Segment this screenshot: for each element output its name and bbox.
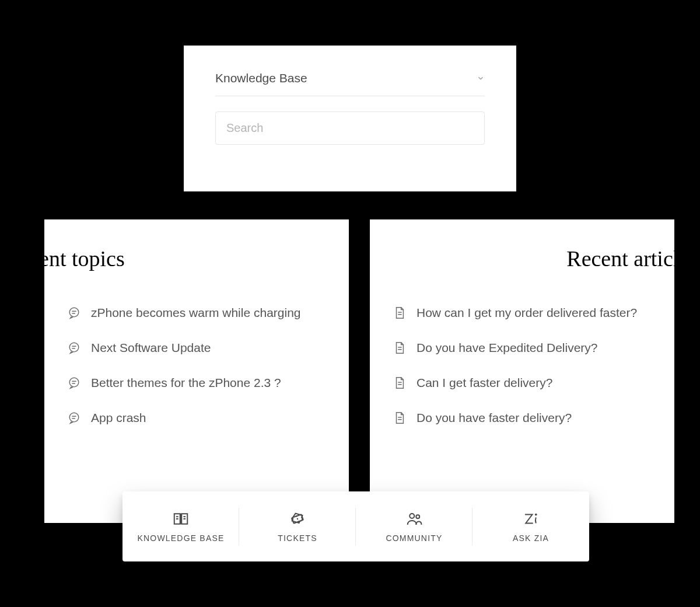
chat-icon xyxy=(68,376,80,389)
recent-articles-panel: Recent articles How can I get my order d… xyxy=(370,219,674,523)
list-item-label: Do you have Expedited Delivery? xyxy=(416,341,598,355)
document-icon xyxy=(393,341,406,354)
zia-icon xyxy=(522,510,540,528)
chevron-down-icon xyxy=(477,74,485,82)
recent-articles-list: How can I get my order delivered faster?… xyxy=(393,295,651,435)
svg-point-0 xyxy=(69,308,79,317)
ticket-icon xyxy=(289,510,306,528)
list-item[interactable]: Better themes for the zPhone 2.3 ? xyxy=(68,365,326,400)
nav-label: ASK ZIA xyxy=(513,533,549,543)
svg-point-29 xyxy=(535,514,537,516)
recent-topics-heading: Recent topics xyxy=(5,246,125,271)
nav-label: TICKETS xyxy=(278,533,317,543)
kb-dropdown-label: Knowledge Base xyxy=(215,71,307,85)
svg-point-9 xyxy=(69,413,79,422)
list-item-label: Can I get faster delivery? xyxy=(416,376,552,390)
list-item-label: Better themes for the zPhone 2.3 ? xyxy=(91,376,281,390)
svg-point-6 xyxy=(69,378,79,387)
search-input[interactable] xyxy=(215,111,485,145)
recent-topics-list: zPhone becomes warm while charging Next … xyxy=(68,295,326,435)
svg-point-28 xyxy=(416,515,419,518)
search-title: Search xyxy=(320,7,380,33)
list-item[interactable]: zPhone becomes warm while charging xyxy=(68,295,326,330)
list-item-label: zPhone becomes warm while charging xyxy=(91,306,301,320)
chat-icon xyxy=(68,306,80,319)
list-item-label: How can I get my order delivered faster? xyxy=(416,306,637,320)
list-item[interactable]: App crash xyxy=(68,400,326,435)
book-icon xyxy=(172,510,190,528)
nav-community[interactable]: COMMUNITY xyxy=(356,491,473,561)
list-item-label: Do you have faster delivery? xyxy=(416,411,572,425)
svg-line-26 xyxy=(296,515,299,522)
chat-icon xyxy=(68,411,80,424)
list-item[interactable]: Do you have Expedited Delivery? xyxy=(393,330,651,365)
document-icon xyxy=(393,376,406,389)
list-item-label: Next Software Update xyxy=(91,341,211,355)
list-item[interactable]: Can I get faster delivery? xyxy=(393,365,651,400)
nav-label: COMMUNITY xyxy=(386,533,442,543)
recent-articles-heading: Recent articles xyxy=(566,246,698,271)
recent-topics-panel: Recent topics zPhone becomes warm while … xyxy=(44,219,349,523)
bottom-nav: KNOWLEDGE BASE TICKETS COMMUNITY ASK ZIA xyxy=(123,491,589,561)
nav-label: KNOWLEDGE BASE xyxy=(137,533,224,543)
document-icon xyxy=(393,306,406,319)
list-item[interactable]: How can I get my order delivered faster? xyxy=(393,295,651,330)
svg-point-3 xyxy=(69,343,79,352)
nav-knowledge-base[interactable]: KNOWLEDGE BASE xyxy=(123,491,239,561)
chat-icon xyxy=(68,341,80,354)
people-icon xyxy=(405,510,423,528)
kb-dropdown[interactable]: Knowledge Base xyxy=(215,71,485,96)
list-item[interactable]: Next Software Update xyxy=(68,330,326,365)
list-item[interactable]: Do you have faster delivery? xyxy=(393,400,651,435)
search-card: Knowledge Base xyxy=(184,46,516,191)
svg-point-27 xyxy=(410,514,414,518)
nav-ask-zia[interactable]: ASK ZIA xyxy=(473,491,589,561)
nav-tickets[interactable]: TICKETS xyxy=(239,491,356,561)
document-icon xyxy=(393,411,406,424)
list-item-label: App crash xyxy=(91,411,146,425)
